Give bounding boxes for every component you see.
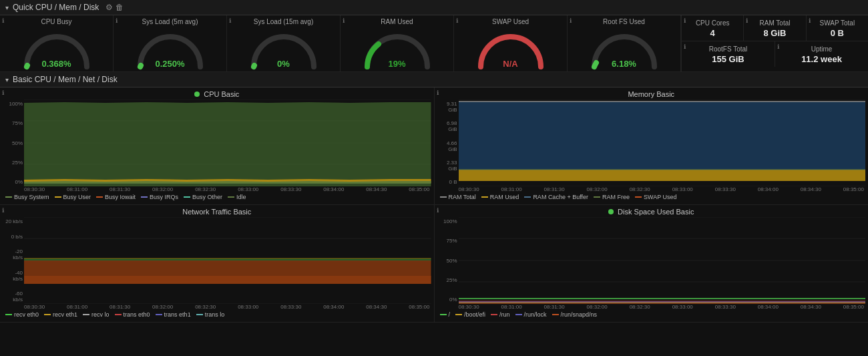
info-icon: ℹ	[2, 17, 4, 24]
memory-legend: RAM Total RAM Used RAM Cache + Buffer RA…	[437, 192, 866, 202]
cpu-y-axis: 100% 75% 50% 25% 0%	[3, 100, 24, 186]
section-icons: ⚙ 🗑	[105, 3, 124, 12]
svg-marker-13	[459, 102, 866, 170]
trash-icon[interactable]: 🗑	[116, 3, 124, 12]
gauge-sysload15: ℹ Sys Load (15m avg) 0%	[227, 15, 341, 71]
gauge-sysload5-value: 0.250%	[155, 59, 184, 69]
chart-disk-basic: ℹ Disk Space Used Basic 100% 75% 50% 25%…	[435, 205, 869, 322]
info-icon: ℹ	[746, 17, 748, 24]
legend-boot-efi: /boot/efi	[455, 311, 485, 318]
legend-ram-used: RAM Used	[481, 194, 519, 200]
memory-chart-title: Memory Basic	[437, 90, 866, 98]
chevron-icon: ▾	[5, 4, 9, 11]
disk-chart-area: 100% 75% 50% 25% 0%	[437, 217, 866, 304]
legend-busy-irqs-icon	[141, 196, 148, 198]
stat-uptime: ℹ Uptime 11.2 week	[775, 41, 868, 67]
legend-trans-lo-icon	[196, 314, 203, 315]
legend-boot-efi-icon	[455, 314, 462, 315]
svg-marker-24	[24, 258, 431, 259]
stat-cpu-cores-title: CPU Cores	[686, 19, 739, 27]
network-y-axis: 20 kb/s 0 b/s -20 kb/s -40 kb/s -60 kb/s	[3, 217, 24, 304]
chart-cpu-basic: ℹ CPU Basic 100% 75% 50% 25% 0%	[0, 87, 435, 204]
gear-icon[interactable]: ⚙	[105, 3, 113, 12]
basic-section-header: ▾ Basic CPU / Mem / Net / Disk	[0, 72, 868, 87]
cpu-chart-area: 100% 75% 50% 25% 0%	[3, 100, 431, 186]
memory-chart-area: 9.31 GiB 6.98 GiB 4.66 GiB 2.33 GiB 0 B	[437, 100, 866, 186]
legend-run-lock-icon	[515, 314, 522, 315]
legend-busy-iowait-icon	[96, 196, 103, 198]
memory-y-axis: 9.31 GiB 6.98 GiB 4.66 GiB 2.33 GiB 0 B	[437, 100, 459, 186]
gauge-sysload5: ℹ Sys Load (5m avg) 0.250%	[114, 15, 227, 71]
legend-busy-user-icon	[55, 196, 61, 198]
legend-ram-total-icon	[440, 196, 447, 198]
chevron-icon: ▾	[5, 76, 9, 83]
network-chart-title: Network Traffic Basic	[3, 208, 431, 216]
legend-root: /	[440, 311, 451, 318]
svg-marker-14	[459, 170, 866, 181]
gauge-sysload5-canvas: 0.250%	[134, 27, 207, 70]
cpu-dot	[194, 92, 200, 97]
gauge-rootfs: ℹ Root FS Used 6.18%	[568, 15, 681, 71]
legend-trans-eth1-icon	[156, 314, 162, 315]
disk-y-axis: 100% 75% 50% 25% 0%	[437, 217, 459, 304]
info-icon: ℹ	[437, 90, 439, 96]
gauge-cpu-busy: ℹ CPU Busy 0.368%	[0, 15, 114, 71]
gauge-rootfs-canvas: 6.18%	[588, 27, 661, 70]
legend-ram-free-icon	[594, 196, 600, 198]
disk-dot	[608, 209, 614, 214]
gauge-sysload15-title: Sys Load (15m avg)	[254, 18, 314, 25]
charts-row-1: ℹ CPU Basic 100% 75% 50% 25% 0%	[0, 87, 868, 205]
gauge-cpu-busy-canvas: 0.368%	[20, 27, 93, 70]
legend-recv-eth1: recv eth1	[44, 311, 77, 318]
disk-chart-title: Disk Space Used Basic	[437, 208, 866, 216]
legend-ram-cache: RAM Cache + Buffer	[524, 194, 588, 200]
info-icon: ℹ	[437, 207, 439, 214]
stat-rootfs-total: ℹ RootFS Total 155 GiB	[682, 41, 775, 67]
stat-ram-total-value: 8 GiB	[748, 28, 801, 38]
stat-cpu-cores-value: 4	[686, 28, 739, 38]
legend-recv-eth0: recv eth0	[5, 311, 39, 318]
gauge-swap-value: N/A	[503, 59, 517, 69]
info-icon: ℹ	[2, 90, 4, 96]
legend-busy-user: Busy User	[55, 194, 91, 200]
legend-ram-free: RAM Free	[594, 194, 630, 200]
cpu-chart-title: CPU Basic	[3, 90, 431, 98]
legend-busy-irqs: Busy IRQs	[141, 194, 178, 200]
legend-trans-eth1: trans eth1	[156, 311, 191, 318]
legend-run-snapd-ns-icon	[552, 314, 559, 315]
info-icon: ℹ	[777, 43, 779, 50]
info-icon: ℹ	[343, 17, 345, 24]
legend-busy-iowait: Busy Iowait	[96, 194, 136, 200]
quick-section-title: Quick CPU / Mem / Disk	[13, 3, 99, 12]
svg-marker-7	[24, 181, 431, 184]
cpu-x-axis: 08:30:30 08:31:00 08:31:30 08:32:00 08:3…	[3, 186, 431, 192]
legend-ram-total: RAM Total	[440, 194, 476, 200]
legend-swap-used: SWAP Used	[635, 194, 677, 200]
info-icon: ℹ	[2, 207, 4, 214]
memory-x-axis: 08:30:30 08:31:00 08:31:30 08:32:00 08:3…	[437, 186, 866, 192]
info-icon: ℹ	[229, 17, 231, 24]
disk-x-axis: 08:30:30 08:31:00 08:31:30 08:32:00 08:3…	[437, 304, 866, 310]
legend-recv-eth1-icon	[44, 314, 51, 315]
legend-run-snapd-ns: /run/snapd/ns	[552, 311, 598, 318]
legend-busy-other: Busy Other	[184, 194, 222, 200]
legend-recv-eth0-icon	[5, 314, 12, 315]
stat-ram-total-title: RAM Total	[748, 19, 801, 27]
legend-trans-eth0-icon	[115, 314, 122, 315]
gauge-ram-value: 19%	[388, 59, 405, 69]
cpu-legend: Busy System Busy User Busy Iowait Busy I…	[3, 192, 431, 202]
network-x-axis: 08:30:30 08:31:00 08:31:30 08:32:00 08:3…	[3, 304, 431, 310]
svg-marker-5	[24, 102, 431, 186]
legend-run-lock: /run/lock	[515, 311, 547, 318]
stat-cpu-cores: ℹ CPU Cores 4	[682, 15, 744, 41]
gauge-sysload15-value: 0%	[277, 59, 290, 69]
legend-busy-other-icon	[184, 196, 190, 198]
legend-run-icon	[491, 314, 497, 315]
info-icon: ℹ	[684, 17, 686, 24]
chart-memory-basic: ℹ Memory Basic 9.31 GiB 6.98 GiB 4.66 Gi…	[435, 87, 869, 204]
legend-recv-lo: recv lo	[83, 311, 110, 318]
gauge-ram-title: RAM Used	[381, 18, 413, 25]
stat-swap-total-value: 0 B	[811, 28, 864, 38]
quick-stats-row: ℹ CPU Busy 0.368% ℹ Sys Load (5m avg) 0.…	[0, 15, 868, 72]
memory-chart-inner	[459, 100, 866, 186]
